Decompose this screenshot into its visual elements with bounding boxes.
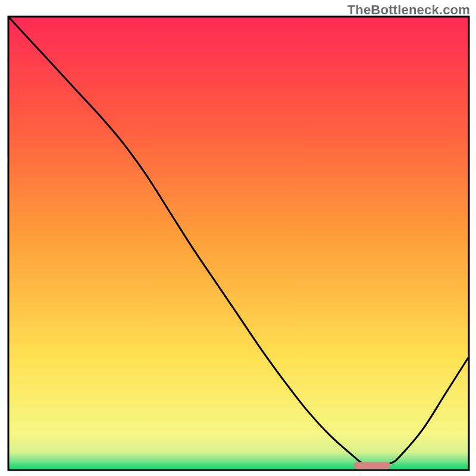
watermark-label: TheBottleneck.com bbox=[347, 2, 470, 18]
bottleneck-chart bbox=[0, 0, 476, 476]
minimum-marker-bar bbox=[354, 462, 391, 469]
chart-container: TheBottleneck.com bbox=[0, 0, 476, 476]
plot-background bbox=[8, 17, 469, 470]
